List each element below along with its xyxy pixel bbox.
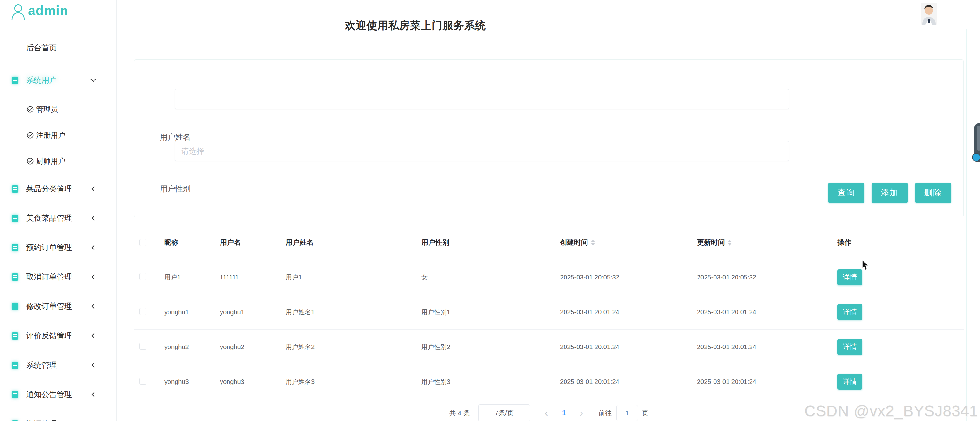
chevron-left-icon [90,303,97,310]
cell-nickname: 用户1 [161,273,217,282]
table-row: yonghu1 yonghu1 用户姓名1 用户性别1 2025-03-01 2… [134,295,964,330]
sidebar-menu: 后台首页 系统用户 管理员 注册用户 厨师用户 [0,32,116,421]
query-button[interactable]: 查询 [828,183,864,203]
sidebar-item-group[interactable]: 预约订单管理 [0,233,116,262]
col-name: 用户姓名 [282,238,418,247]
detail-button[interactable]: 详情 [837,304,862,320]
cell-created: 2025-03-01 20:05:32 [557,274,694,281]
cell-gender: 女 [418,273,557,282]
cell-created: 2025-03-01 20:01:24 [557,309,694,316]
cell-name: 用户1 [282,273,418,282]
delete-button[interactable]: 删除 [915,183,951,203]
table-row: yonghu2 yonghu2 用户姓名2 用户性别2 2025-03-01 2… [134,330,964,364]
col-created: 创建时间 [557,238,694,247]
dashed-divider [137,172,961,172]
user-avatar[interactable] [921,3,937,25]
select-placeholder: 请选择 [181,146,204,156]
chevron-left-icon [90,391,97,398]
document-icon [12,332,18,340]
cell-name: 用户姓名1 [282,308,418,317]
detail-button[interactable]: 详情 [837,374,862,390]
cell-username: yonghu3 [217,378,282,386]
sidebar-subitem[interactable]: 注册用户 [0,122,116,148]
row-checkbox[interactable] [140,343,146,350]
prev-page-button[interactable]: ‹ [545,408,548,418]
sidebar-subitem[interactable]: 厨师用户 [0,148,116,174]
document-icon [12,303,18,310]
detail-button[interactable]: 详情 [837,269,862,285]
csdn-watermark: CSDN @vx2_BYSJ8341 [805,402,978,420]
user-name-input[interactable] [175,89,789,109]
app-window: admin 后台首页 系统用户 管理员 注册用户 [0,0,980,421]
page-title: 欢迎使用私房菜上门服务系统 [345,19,486,33]
cell-name: 用户姓名3 [282,378,418,386]
col-nickname: 昵称 [161,238,217,247]
sidebar-item-group[interactable]: 通知公告管理 [0,380,116,409]
sidebar-item-group[interactable]: 系统管理 [0,351,116,380]
sidebar-item-home[interactable]: 后台首页 [0,32,116,64]
content-right-border [966,29,967,421]
cell-gender: 用户性别3 [418,378,557,386]
user-gender-select[interactable]: 请选择 [175,141,789,161]
pagination-total: 共 4 条 [449,408,470,418]
page-unit-label: 页 [642,408,648,418]
cell-updated: 2025-03-01 20:01:24 [694,378,834,386]
cell-nickname: yonghu2 [161,343,217,351]
row-checkbox[interactable] [140,378,146,384]
current-page[interactable]: 1 [562,409,566,417]
row-checkbox[interactable] [140,273,146,280]
sidebar-item-group[interactable]: 菜品分类管理 [0,174,116,204]
users-table: 昵称 用户名 用户姓名 用户性别 创建时间 更新时间 操作 用户1 111111… [134,225,964,399]
logo-text: admin [28,3,68,18]
table-row: yonghu3 yonghu3 用户姓名3 用户性别3 2025-03-01 2… [134,364,964,399]
check-circle-icon [27,106,33,113]
col-actions: 操作 [834,238,964,247]
page-size-select[interactable]: 7条/页 [478,404,530,421]
row-checkbox[interactable] [140,308,146,315]
cell-gender: 用户性别1 [418,308,557,317]
detail-button[interactable]: 详情 [837,339,862,355]
goto-page-input[interactable] [616,405,638,421]
sidebar-item-group[interactable]: 修改订单管理 [0,292,116,321]
sidebar-submenu: 管理员 注册用户 厨师用户 [0,96,116,174]
sidebar-subitem[interactable]: 管理员 [0,96,116,122]
document-icon [12,185,18,193]
sort-carets-icon[interactable] [728,239,732,246]
col-updated: 更新时间 [694,238,834,247]
sidebar-item-group[interactable]: 取消订单管理 [0,262,116,292]
chevron-left-icon [90,362,97,368]
sidebar-item-group[interactable]: 美食菜品管理 [0,204,116,233]
cell-updated: 2025-03-01 20:01:24 [694,309,834,316]
document-icon [12,362,18,369]
document-icon [12,273,18,281]
cell-updated: 2025-03-01 20:05:32 [694,274,834,281]
scrollbar-widget[interactable] [974,123,980,162]
table-header-row: 昵称 用户名 用户姓名 用户性别 创建时间 更新时间 操作 [134,225,964,260]
sidebar-item-group[interactable]: 评价反馈管理 [0,321,116,351]
chevron-left-icon [90,244,97,251]
cell-gender: 用户性别2 [418,343,557,351]
top-header [117,0,980,29]
sidebar: admin 后台首页 系统用户 管理员 注册用户 [0,0,117,421]
document-icon [12,244,18,251]
check-circle-icon [27,158,33,164]
cell-created: 2025-03-01 20:01:24 [557,343,694,351]
select-all-checkbox[interactable] [140,239,146,246]
add-button[interactable]: 添加 [872,183,908,203]
cell-username: 111111 [217,274,282,281]
sidebar-item-system-users[interactable]: 系统用户 [0,64,116,96]
document-icon [12,215,18,222]
sort-carets-icon[interactable] [591,239,595,246]
col-gender: 用户性别 [418,238,557,247]
logo: admin [0,0,116,29]
cell-nickname: yonghu3 [161,378,217,386]
col-username: 用户名 [217,238,282,247]
table-body: 用户1 111111 用户1 女 2025-03-01 20:05:32 202… [134,260,964,399]
user-gender-label: 用户性别 [160,184,191,194]
next-page-button[interactable]: › [580,408,583,418]
goto-label: 前往 [598,408,612,418]
sidebar-item-group[interactable]: 资源管理 [0,409,116,421]
cell-nickname: yonghu1 [161,309,217,316]
chevron-down-icon [90,77,97,84]
avatar-photo [921,3,937,25]
